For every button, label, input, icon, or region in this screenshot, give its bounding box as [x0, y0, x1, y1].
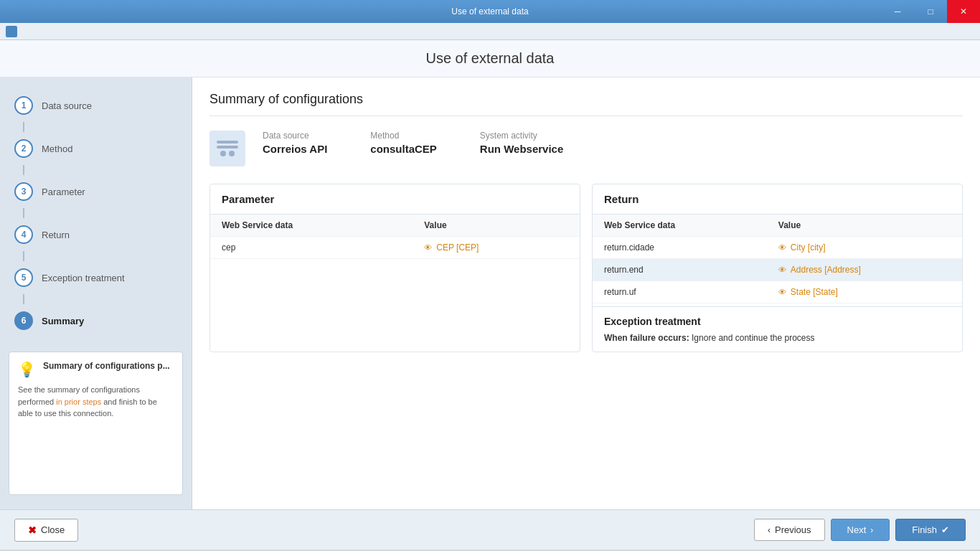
exception-title: Exception treatment	[604, 316, 951, 327]
step-label-4: Return	[42, 230, 70, 240]
previous-button[interactable]: ‹ Previous	[754, 519, 825, 541]
param-row1-val: 👁 CEP [CEP]	[413, 237, 580, 259]
eye-icon: 👁	[424, 243, 432, 252]
parameter-table: Web Service data Value cep 👁 CEP [C	[210, 215, 580, 259]
nav-buttons: ‹ Previous Next › Finish ✔	[754, 519, 966, 541]
sidebar-item-parameter[interactable]: 3 Parameter	[0, 175, 192, 208]
step-connector-4	[23, 251, 24, 261]
datasource-icon	[209, 131, 245, 166]
table-row: return.cidade 👁 City [city]	[593, 237, 962, 259]
step-label-3: Parameter	[42, 187, 85, 197]
sidebar: 1 Data source 2 Method 3 Parameter 4 Ret…	[0, 77, 192, 509]
method-label: Method	[370, 131, 437, 141]
finish-button[interactable]: Finish ✔	[895, 519, 966, 541]
step-circle-1: 1	[14, 96, 33, 115]
help-text-highlight: in prior steps	[56, 397, 101, 406]
system-activity-info: System activity Run Webservice	[480, 131, 563, 155]
return-row2-val: 👁 Address [Address]	[767, 259, 962, 281]
step-label-6: Summary	[42, 316, 84, 326]
summary-info-row: Data source Correios API Method consulta…	[209, 131, 963, 166]
sidebar-item-summary[interactable]: 6 Summary	[0, 304, 192, 337]
two-col-grid: Parameter Web Service data Value cep	[209, 184, 963, 352]
eye-icon: 👁	[778, 243, 786, 252]
step-connector-3	[23, 208, 24, 218]
datasource-label: Data source	[263, 131, 327, 141]
exception-label: When failure occurs:	[604, 333, 689, 343]
return-col1-header: Web Service data	[593, 215, 767, 237]
step-connector-2	[23, 165, 24, 175]
chevron-left-icon: ‹	[768, 525, 771, 535]
return-box-title: Return	[593, 184, 962, 215]
parameter-box-body: Web Service data Value cep 👁 CEP [C	[210, 215, 580, 259]
icon-dot-2	[229, 151, 235, 156]
return-row1-ws: return.cidade	[593, 237, 767, 259]
bulb-icon: 💡	[18, 361, 36, 378]
maximize-button[interactable]: □	[914, 0, 947, 23]
return-row3-val: 👁 State [State]	[767, 281, 962, 303]
system-activity-value: Run Webservice	[480, 143, 563, 155]
minimize-button[interactable]: ─	[881, 0, 914, 23]
return-col2-header: Value	[767, 215, 962, 237]
param-row1-ws: cep	[210, 237, 413, 259]
icon-line-1	[217, 141, 238, 143]
icon-dot-1	[220, 151, 226, 156]
icon-circle-row	[220, 151, 235, 156]
content-area: 1 Data source 2 Method 3 Parameter 4 Ret…	[0, 77, 980, 509]
title-bar-text: Use of external data	[451, 6, 528, 17]
sidebar-item-exception[interactable]: 5 Exception treatment	[0, 261, 192, 294]
exception-section: Exception treatment When failure occurs:…	[593, 306, 962, 352]
close-button[interactable]: ✖ Close	[14, 519, 78, 542]
datasource-info: Data source Correios API	[263, 131, 327, 155]
checkmark-icon: ✔	[941, 524, 949, 535]
system-activity-label: System activity	[480, 131, 563, 141]
help-box-title: Summary of configurations p...	[43, 361, 170, 371]
step-connector-1	[23, 122, 24, 132]
return-table: Web Service data Value return.cidade 👁	[593, 215, 962, 303]
return-box: Return Web Service data Value return.cid…	[592, 184, 963, 352]
step-connector-5	[23, 294, 24, 304]
step-circle-2: 2	[14, 139, 33, 158]
step-circle-3: 3	[14, 182, 33, 201]
step-circle-6: 6	[14, 311, 33, 330]
table-row: return.end 👁 Address [Address]	[593, 259, 962, 281]
eye-icon: 👁	[778, 288, 786, 296]
method-value: consultaCEP	[370, 143, 437, 155]
table-row: return.uf 👁 State [State]	[593, 281, 962, 303]
eye-icon: 👁	[778, 265, 786, 274]
sidebar-item-data-source[interactable]: 1 Data source	[0, 89, 192, 122]
return-row3-ws: return.uf	[593, 281, 767, 303]
panel-title: Summary of configurations	[209, 92, 963, 116]
help-box-header: 💡 Summary of configurations p...	[18, 361, 174, 378]
param-col2-header: Value	[413, 215, 580, 237]
app-icon-bar	[0, 23, 980, 40]
exception-value: Ignore and continue the process	[692, 333, 814, 343]
parameter-box: Parameter Web Service data Value cep	[209, 184, 580, 352]
bottom-bar: ✖ Close ‹ Previous Next › Finish ✔	[0, 509, 980, 550]
next-button[interactable]: Next ›	[831, 519, 890, 541]
title-bar: Use of external data ─ □ ✕	[0, 0, 980, 23]
help-box: 💡 Summary of configurations p... See the…	[9, 352, 183, 495]
icon-line-2	[217, 146, 238, 149]
step-label-1: Data source	[42, 100, 92, 111]
return-box-body: Web Service data Value return.cidade 👁	[593, 215, 962, 352]
sidebar-item-method[interactable]: 2 Method	[0, 132, 192, 165]
table-row: cep 👁 CEP [CEP]	[210, 237, 580, 259]
close-x-icon: ✖	[28, 524, 37, 536]
page-heading: Use of external data	[0, 40, 980, 77]
datasource-value: Correios API	[263, 143, 327, 155]
exception-text: When failure occurs: Ignore and continue…	[604, 333, 951, 343]
chevron-right-icon: ›	[870, 525, 873, 535]
return-row2-ws: return.end	[593, 259, 767, 281]
parameter-box-title: Parameter	[210, 184, 580, 215]
return-row1-val: 👁 City [city]	[767, 237, 962, 259]
step-circle-4: 4	[14, 225, 33, 244]
method-info: Method consultaCEP	[370, 131, 437, 155]
step-label-5: Exception treatment	[42, 273, 125, 283]
step-circle-5: 5	[14, 268, 33, 287]
summary-icon	[209, 131, 245, 166]
param-col1-header: Web Service data	[210, 215, 413, 237]
window-close-button[interactable]: ✕	[947, 0, 980, 23]
help-box-text: See the summary of configurations perfor…	[18, 384, 174, 420]
sidebar-item-return[interactable]: 4 Return	[0, 218, 192, 251]
app-icon	[6, 26, 17, 37]
